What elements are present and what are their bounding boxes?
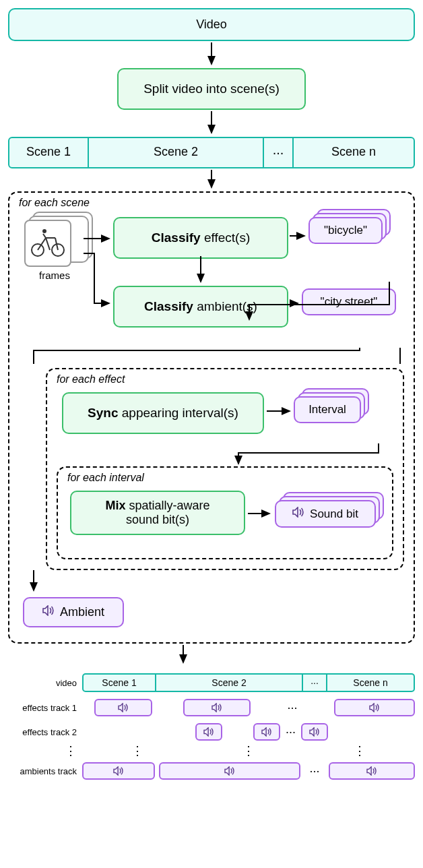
speaker-icon	[309, 727, 320, 737]
speaker-icon	[224, 766, 235, 776]
frames-caption: frames	[24, 270, 85, 281]
tl-clip	[82, 762, 155, 780]
classify-effects-box: Classify effect(s)	[113, 217, 288, 259]
video-input-box: Video	[8, 8, 415, 41]
timeline-ambients-row: ambients track ···	[8, 762, 415, 780]
svg-point-5	[42, 229, 46, 233]
timeline-ambients-label: ambients track	[8, 766, 82, 776]
bicycle-icon	[30, 228, 66, 258]
timeline-vdots-row: ⋮ ⋮ ⋮ ⋮	[8, 743, 415, 758]
scene-dots: ···	[273, 145, 284, 160]
arrow-panel-to-timeline	[8, 644, 415, 666]
timeline-effects-1-row: effects track 1 ···	[8, 699, 415, 716]
interval-output: Interval	[294, 396, 361, 423]
tl-clip	[334, 699, 415, 716]
mid-connectors-1	[19, 348, 407, 368]
speaker-icon	[203, 727, 214, 737]
tl-vdots: ⋮	[354, 743, 366, 758]
video-label: Video	[196, 18, 227, 31]
tl-clip	[94, 699, 152, 716]
scene-2-cell: Scene 2	[89, 137, 264, 168]
tl-clip	[301, 723, 328, 741]
speaker-icon	[292, 507, 304, 521]
ambient-output: Ambient	[23, 597, 124, 627]
tl-scene-dots: ···	[303, 673, 327, 692]
soundbit-output: Sound bit	[275, 500, 376, 528]
arrow-video-to-split	[8, 41, 415, 68]
timeline-effects-1-label: effects track 1	[8, 703, 82, 713]
pipeline-diagram: Video Split video into scene(s) Scene 1 …	[8, 8, 415, 780]
ambients-output: "city street"	[302, 288, 396, 315]
for-each-effect-label: for each effect	[57, 373, 125, 385]
interval-entry-connector	[57, 443, 407, 466]
for-each-effect-panel: for each effect Sync appearing interval(…	[46, 368, 404, 570]
timeline-effects-2-label: effects track 2	[8, 727, 82, 737]
for-each-scene-label: for each scene	[19, 197, 90, 209]
scenes-row: Scene 1 Scene 2 ··· Scene n	[8, 137, 415, 168]
mix-bold: Mix	[105, 499, 125, 512]
effects-output-label: "bicycle"	[324, 224, 367, 237]
sync-rest: appearing interval(s)	[118, 406, 238, 420]
mix-rest-1: spatially-aware	[125, 499, 209, 512]
for-each-interval-label: for each interval	[67, 472, 144, 484]
mix-box: Mix spatially-aware sound bit(s)	[70, 491, 245, 535]
timeline-video-row: video Scene 1 Scene 2 ··· Scene n	[8, 673, 415, 692]
scene-1-cell: Scene 1	[8, 137, 89, 168]
speaker-icon	[118, 703, 129, 712]
ambient-label: Ambient	[60, 605, 104, 619]
classify-ambients-bold: Classify	[144, 299, 193, 313]
tl-clip	[329, 762, 415, 780]
ambient-entry-connector	[19, 570, 407, 597]
speaker-icon	[366, 766, 377, 776]
classify-ambients-rest: ambient(s)	[193, 299, 257, 313]
timeline-effects-2-row: effects track 2 ···	[8, 723, 415, 741]
sync-box: Sync appearing interval(s)	[62, 392, 264, 434]
mix-rest-2: sound bit(s)	[77, 513, 238, 527]
svg-point-3	[32, 244, 44, 256]
tl-clip	[183, 699, 251, 716]
scene-1-label: Scene 1	[26, 145, 71, 158]
timeline-video-label: video	[8, 678, 82, 688]
speaker-icon	[212, 703, 222, 712]
tl-vdots-left: ⋮	[8, 743, 82, 758]
interval-label: Interval	[308, 403, 346, 416]
tl-scene-n: Scene n	[327, 673, 415, 692]
speaker-icon	[261, 727, 272, 737]
tl-vdots: ⋮	[242, 743, 255, 758]
scene-n-cell: Scene n	[294, 137, 415, 168]
scene-dots-cell: ···	[264, 137, 294, 168]
arrow-scenes-to-panel	[8, 168, 415, 191]
speaker-icon	[42, 605, 55, 619]
frames-thumb	[24, 220, 71, 267]
tl-clip	[159, 762, 300, 780]
arrow-split-to-scenes	[8, 110, 415, 137]
for-each-scene-panel: for each scene fr	[8, 191, 415, 644]
speaker-icon	[369, 703, 380, 712]
classify-ambients-box: Classify ambient(s)	[113, 286, 288, 328]
tl-dots: ···	[304, 764, 325, 778]
ambients-output-label: "city street"	[321, 295, 378, 308]
soundbit-label: Sound bit	[310, 507, 358, 521]
effect-entry-connector	[47, 369, 397, 370]
tl-clip	[253, 723, 280, 741]
tl-vdots: ⋮	[131, 743, 143, 758]
for-each-interval-panel: for each interval Mix spatially-aware so…	[57, 466, 393, 559]
tl-clip	[195, 723, 222, 741]
scene-n-label: Scene n	[331, 145, 376, 158]
sync-bold: Sync	[88, 406, 118, 420]
effects-output: "bicycle"	[308, 217, 383, 244]
split-label: Split video into scene(s)	[143, 82, 280, 96]
split-process-box: Split video into scene(s)	[117, 68, 306, 110]
timeline: video Scene 1 Scene 2 ··· Scene n effect…	[8, 673, 415, 780]
frames-stack: frames	[24, 220, 85, 281]
tl-scene-2: Scene 2	[156, 673, 303, 692]
tl-dots: ···	[256, 701, 329, 715]
classify-effects-rest: effect(s)	[201, 230, 251, 245]
scene-2-label: Scene 2	[154, 145, 198, 158]
tl-scene-1: Scene 1	[82, 673, 156, 692]
tl-dots: ···	[286, 725, 296, 739]
classify-effects-bold: Classify	[152, 230, 201, 245]
speaker-icon	[113, 766, 124, 776]
